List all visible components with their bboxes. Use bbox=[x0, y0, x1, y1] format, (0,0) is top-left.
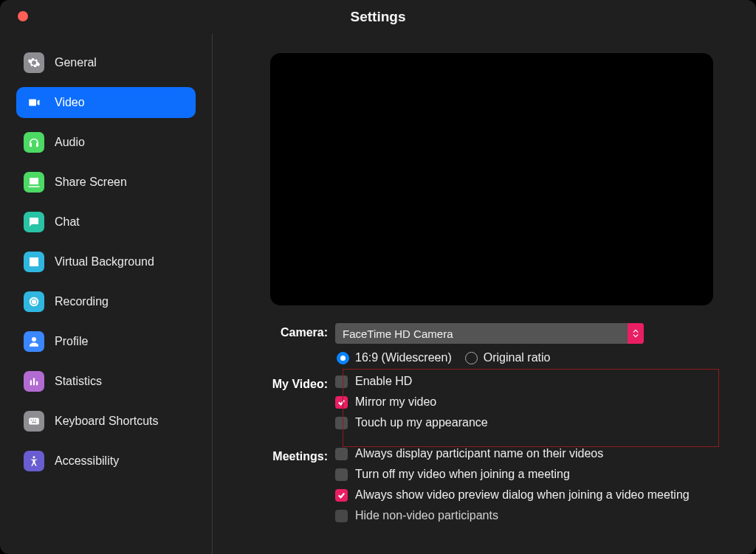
sidebar-item-label: Profile bbox=[55, 335, 88, 348]
window-body: General Video Audio Share Screen bbox=[0, 34, 756, 554]
titlebar: Settings bbox=[0, 0, 756, 34]
sidebar-item-label: Virtual Background bbox=[55, 255, 154, 269]
sidebar-item-audio[interactable]: Audio bbox=[16, 127, 196, 158]
checkbox-label: Turn off my video when joining a meeting bbox=[355, 468, 570, 481]
sidebar-item-label: General bbox=[55, 56, 97, 69]
close-window-button[interactable] bbox=[18, 11, 28, 21]
sidebar-item-recording[interactable]: Recording bbox=[16, 286, 196, 317]
radio-label: 16:9 (Widescreen) bbox=[355, 351, 452, 364]
checkbox-indicator bbox=[335, 417, 348, 429]
image-icon bbox=[24, 252, 44, 272]
settings-window: Settings General Video Audio bbox=[0, 0, 756, 554]
checkbox-label: Enable HD bbox=[355, 375, 412, 388]
sidebar-item-keyboard-shortcuts[interactable]: Keyboard Shortcuts bbox=[16, 406, 196, 437]
person-icon bbox=[24, 331, 44, 352]
video-camera-icon bbox=[24, 92, 44, 113]
sidebar-item-share-screen[interactable]: Share Screen bbox=[16, 167, 196, 198]
sidebar-item-chat[interactable]: Chat bbox=[16, 207, 196, 238]
sidebar-item-statistics[interactable]: Statistics bbox=[16, 366, 196, 397]
camera-label: Camera: bbox=[247, 323, 335, 339]
share-screen-icon bbox=[24, 172, 44, 193]
svg-rect-10 bbox=[32, 422, 36, 423]
chat-icon bbox=[24, 212, 44, 232]
headphones-icon bbox=[24, 132, 44, 153]
svg-rect-3 bbox=[30, 381, 32, 386]
checkbox-enable-hd[interactable]: Enable HD bbox=[335, 375, 737, 388]
aspect-ratio-group: 16:9 (Widescreen) Original ratio bbox=[335, 351, 737, 364]
keyboard-icon bbox=[24, 411, 44, 432]
checkbox-hide-non-video[interactable]: Hide non-video participants bbox=[335, 509, 737, 522]
sidebar-item-label: Video bbox=[55, 96, 85, 109]
meetings-label: Meetings: bbox=[247, 447, 335, 463]
svg-point-1 bbox=[32, 300, 36, 304]
sidebar-item-label: Share Screen bbox=[55, 176, 127, 189]
radio-indicator bbox=[337, 352, 349, 364]
radio-indicator bbox=[465, 352, 478, 364]
checkbox-indicator bbox=[335, 468, 348, 481]
svg-rect-8 bbox=[33, 420, 35, 421]
settings-content: Camera: FaceTime HD Camera 16:9 (Widescr… bbox=[213, 34, 756, 554]
my-video-label: My Video: bbox=[247, 375, 335, 391]
window-controls bbox=[18, 11, 28, 21]
svg-rect-7 bbox=[31, 420, 32, 421]
checkbox-label: Always show video preview dialog when jo… bbox=[355, 488, 690, 502]
camera-select[interactable]: FaceTime HD Camera bbox=[335, 323, 644, 344]
svg-rect-9 bbox=[35, 420, 37, 421]
window-title: Settings bbox=[0, 9, 756, 25]
bar-chart-icon bbox=[24, 371, 44, 392]
sidebar-item-label: Chat bbox=[55, 215, 80, 229]
svg-rect-6 bbox=[29, 418, 39, 425]
checkbox-indicator bbox=[335, 396, 348, 409]
checkbox-label: Touch up my appearance bbox=[355, 416, 488, 429]
svg-point-2 bbox=[32, 337, 36, 342]
chevron-up-down-icon bbox=[628, 323, 644, 344]
checkbox-mirror-video[interactable]: Mirror my video bbox=[335, 395, 737, 409]
checkbox-indicator bbox=[335, 489, 348, 502]
checkbox-preview-dialog[interactable]: Always show video preview dialog when jo… bbox=[335, 488, 737, 502]
video-preview bbox=[270, 53, 713, 305]
radio-original[interactable]: Original ratio bbox=[465, 351, 551, 364]
checkbox-indicator bbox=[335, 448, 348, 460]
checkbox-indicator bbox=[335, 375, 348, 388]
checkbox-turn-off-video[interactable]: Turn off my video when joining a meeting bbox=[335, 468, 737, 481]
sidebar-item-label: Accessibility bbox=[55, 454, 119, 468]
sidebar: General Video Audio Share Screen bbox=[0, 34, 213, 554]
checkbox-label: Always display participant name on their… bbox=[355, 447, 603, 460]
svg-rect-5 bbox=[36, 381, 38, 385]
sidebar-item-label: Audio bbox=[55, 136, 85, 149]
sidebar-item-virtual-background[interactable]: Virtual Background bbox=[16, 246, 196, 277]
gear-icon bbox=[24, 52, 44, 73]
checkbox-indicator bbox=[335, 510, 348, 522]
camera-row: Camera: FaceTime HD Camera 16:9 (Widescr… bbox=[247, 323, 737, 364]
sidebar-item-accessibility[interactable]: Accessibility bbox=[16, 446, 196, 477]
checkbox-label: Hide non-video participants bbox=[355, 509, 498, 522]
record-icon bbox=[24, 291, 44, 312]
checkbox-label: Mirror my video bbox=[355, 395, 436, 409]
sidebar-item-general[interactable]: General bbox=[16, 47, 196, 78]
sidebar-item-label: Statistics bbox=[55, 375, 102, 388]
sidebar-item-profile[interactable]: Profile bbox=[16, 326, 196, 357]
sidebar-item-label: Keyboard Shortcuts bbox=[55, 415, 159, 428]
meetings-row: Meetings: Always display participant nam… bbox=[247, 447, 737, 530]
sidebar-item-label: Recording bbox=[55, 295, 109, 308]
svg-point-11 bbox=[33, 456, 35, 458]
radio-16-9[interactable]: 16:9 (Widescreen) bbox=[337, 351, 452, 364]
checkbox-display-name[interactable]: Always display participant name on their… bbox=[335, 447, 737, 460]
my-video-row: My Video: Enable HD Mirror my video Touc… bbox=[247, 375, 737, 437]
svg-rect-4 bbox=[33, 378, 35, 386]
checkbox-touch-up[interactable]: Touch up my appearance bbox=[335, 416, 737, 429]
accessibility-icon bbox=[24, 451, 44, 471]
radio-label: Original ratio bbox=[484, 351, 551, 364]
sidebar-item-video[interactable]: Video bbox=[16, 87, 196, 118]
camera-select-value: FaceTime HD Camera bbox=[343, 328, 453, 340]
